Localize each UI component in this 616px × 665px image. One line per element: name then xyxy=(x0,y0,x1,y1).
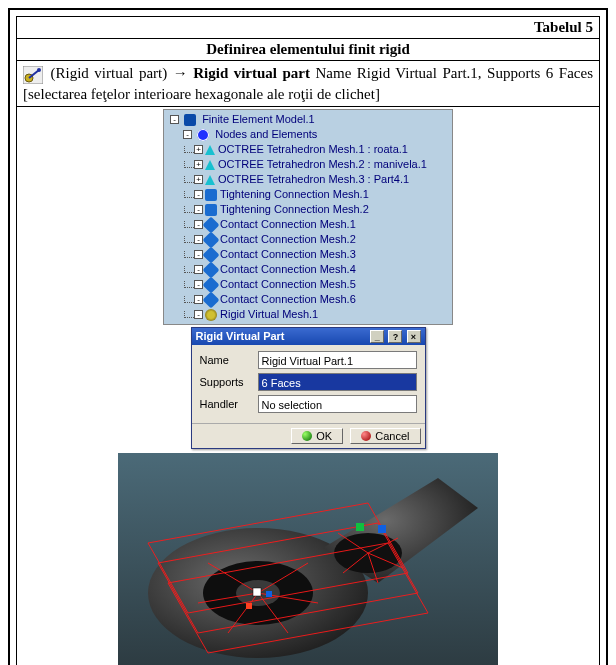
rigid-virtual-part-icon xyxy=(23,66,43,84)
tree-item[interactable]: -Contact Connection Mesh.3 xyxy=(164,247,452,262)
table-title: Definirea elementului finit rigid xyxy=(17,39,600,61)
octree-icon xyxy=(205,175,215,185)
rigid-virtual-part-dialog: Rigid Virtual Part _ ? × Name Rigid Virt… xyxy=(191,327,426,449)
tree-item-label: OCTREE Tetrahedron Mesh.3 : Part4.1 xyxy=(218,173,409,185)
octree-icon xyxy=(205,145,215,155)
main-table: Tabelul 5 Definirea elementului finit ri… xyxy=(16,16,600,665)
render-graphic xyxy=(118,453,498,665)
specification-tree[interactable]: - Finite Element Model.1 - Nodes and Ele… xyxy=(163,109,453,325)
svg-rect-24 xyxy=(266,591,272,597)
collapse-icon[interactable]: - xyxy=(170,115,179,124)
expand-icon[interactable]: - xyxy=(194,205,203,214)
help-button[interactable]: ? xyxy=(388,330,402,343)
handler-label: Handler xyxy=(200,398,252,410)
svg-rect-22 xyxy=(378,525,386,533)
tree-item-label: OCTREE Tetrahedron Mesh.2 : manivela.1 xyxy=(218,158,427,170)
tree-item[interactable]: -Contact Connection Mesh.1 xyxy=(164,217,452,232)
expand-icon[interactable]: - xyxy=(194,295,203,304)
name-field[interactable]: Rigid Virtual Part.1 xyxy=(258,351,417,369)
svg-rect-21 xyxy=(356,523,364,531)
tree-root-label: Finite Element Model.1 xyxy=(202,113,315,125)
svg-point-2 xyxy=(37,68,41,72)
handler-field[interactable]: No selection xyxy=(258,395,417,413)
cancel-button[interactable]: Cancel xyxy=(350,428,420,444)
dialog-titlebar[interactable]: Rigid Virtual Part _ ? × xyxy=(192,328,425,345)
expand-icon[interactable]: - xyxy=(194,310,203,319)
contact-icon xyxy=(203,291,220,308)
svg-rect-25 xyxy=(246,603,252,609)
expand-icon[interactable]: - xyxy=(194,265,203,274)
instruction-lead: (Rigid virtual part) → xyxy=(50,65,193,81)
tree-root[interactable]: - Finite Element Model.1 xyxy=(164,112,452,127)
tree-item-label: Contact Connection Mesh.4 xyxy=(220,263,356,275)
tree-item-label: Tightening Connection Mesh.1 xyxy=(220,188,369,200)
instruction-cell: (Rigid virtual part) → Rigid virtual par… xyxy=(17,61,600,107)
tree-item[interactable]: +OCTREE Tetrahedron Mesh.2 : manivela.1 xyxy=(164,157,452,172)
svg-rect-23 xyxy=(253,588,261,596)
rigid-mesh-icon xyxy=(205,309,217,321)
tree-nodes[interactable]: - Nodes and Elements xyxy=(164,127,452,142)
3d-viewport[interactable] xyxy=(118,453,498,665)
expand-icon[interactable]: + xyxy=(194,145,203,154)
contact-icon xyxy=(203,261,220,278)
octree-icon xyxy=(205,160,215,170)
tree-item-label: OCTREE Tetrahedron Mesh.1 : roata.1 xyxy=(218,143,408,155)
tree-item-label: Contact Connection Mesh.3 xyxy=(220,248,356,260)
tree-item[interactable]: -Tightening Connection Mesh.1 xyxy=(164,187,452,202)
tree-item[interactable]: -Contact Connection Mesh.2 xyxy=(164,232,452,247)
expand-icon[interactable]: - xyxy=(194,280,203,289)
model-icon xyxy=(184,114,196,126)
dialog-title-text: Rigid Virtual Part xyxy=(196,330,285,342)
expand-icon[interactable]: + xyxy=(194,160,203,169)
tree-item[interactable]: +OCTREE Tetrahedron Mesh.1 : roata.1 xyxy=(164,142,452,157)
tree-item-label: Tightening Connection Mesh.2 xyxy=(220,203,369,215)
contact-icon xyxy=(203,276,220,293)
table-label: Tabelul 5 xyxy=(17,17,600,39)
contact-icon xyxy=(203,216,220,233)
expand-icon[interactable]: - xyxy=(194,220,203,229)
tree-item[interactable]: -Rigid Virtual Mesh.1 xyxy=(164,307,452,322)
expand-icon[interactable]: + xyxy=(194,175,203,184)
name-label: Name xyxy=(200,354,252,366)
tree-item[interactable]: +OCTREE Tetrahedron Mesh.3 : Part4.1 xyxy=(164,172,452,187)
tree-item-label: Contact Connection Mesh.5 xyxy=(220,278,356,290)
tree-item[interactable]: -Tightening Connection Mesh.2 xyxy=(164,202,452,217)
collapse-icon[interactable]: - xyxy=(183,130,192,139)
tree-item-label: Contact Connection Mesh.1 xyxy=(220,218,356,230)
ok-icon xyxy=(302,431,312,441)
tree-item-label: Rigid Virtual Mesh.1 xyxy=(220,308,318,320)
screenshot-cell: - Finite Element Model.1 - Nodes and Ele… xyxy=(17,106,600,665)
contact-icon xyxy=(203,246,220,263)
tree-nodes-label: Nodes and Elements xyxy=(215,128,317,140)
expand-icon[interactable]: - xyxy=(194,190,203,199)
minimize-button[interactable]: _ xyxy=(370,330,384,343)
tree-item[interactable]: -Contact Connection Mesh.4 xyxy=(164,262,452,277)
contact-icon xyxy=(203,231,220,248)
ok-button[interactable]: OK xyxy=(291,428,343,444)
supports-label: Supports xyxy=(200,376,252,388)
tree-item-label: Contact Connection Mesh.6 xyxy=(220,293,356,305)
close-button[interactable]: × xyxy=(407,330,421,343)
tightening-icon xyxy=(205,189,217,201)
tightening-icon xyxy=(205,204,217,216)
window-controls: _ ? × xyxy=(369,330,420,343)
expand-icon[interactable]: - xyxy=(194,235,203,244)
supports-field[interactable]: 6 Faces xyxy=(258,373,417,391)
expand-icon[interactable]: - xyxy=(194,250,203,259)
cancel-icon xyxy=(361,431,371,441)
nodes-icon xyxy=(197,129,209,141)
document-frame: Tabelul 5 Definirea elementului finit ri… xyxy=(8,8,608,665)
tree-item[interactable]: -Contact Connection Mesh.6 xyxy=(164,292,452,307)
instruction-bold: Rigid virtual part xyxy=(193,65,310,81)
tree-item[interactable]: -Contact Connection Mesh.5 xyxy=(164,277,452,292)
tree-item-label: Contact Connection Mesh.2 xyxy=(220,233,356,245)
